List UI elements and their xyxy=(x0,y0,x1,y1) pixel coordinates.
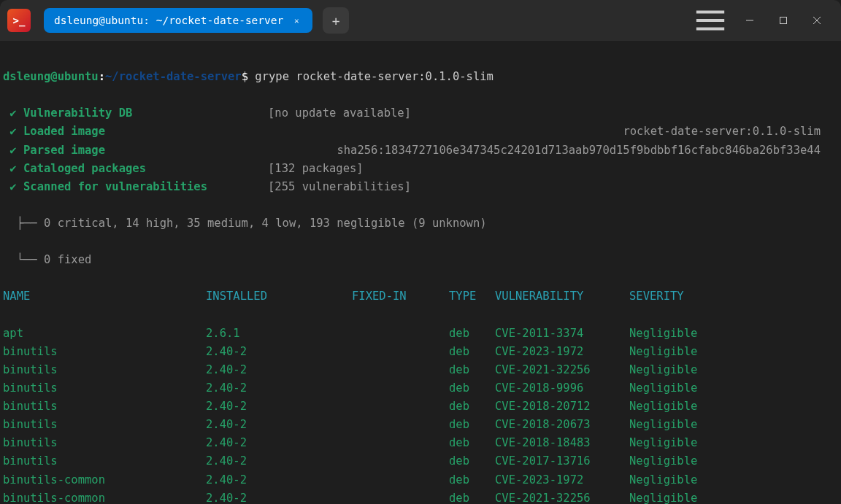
cell-name: binutils xyxy=(3,416,206,434)
window-controls xyxy=(733,6,834,35)
table-row: binutils-common2.40-2debCVE-2023-1972Neg… xyxy=(3,471,838,489)
cell-vulnerability: CVE-2021-32256 xyxy=(495,489,629,504)
svg-rect-0 xyxy=(780,18,787,24)
vuln-summary-counts: 0 critical, 14 high, 35 medium, 4 low, 1… xyxy=(44,217,487,230)
table-row: binutils2.40-2debCVE-2018-20712Negligibl… xyxy=(3,398,838,416)
terminal-tab[interactable]: dsleung@ubuntu: ~/rocket-date-server ✕ xyxy=(44,8,312,33)
cell-type: deb xyxy=(449,343,495,361)
cell-name: binutils xyxy=(3,398,206,416)
table-row: binutils-common2.40-2debCVE-2021-32256Ne… xyxy=(3,489,838,504)
cell-vulnerability: CVE-2018-20673 xyxy=(495,416,629,434)
cell-installed: 2.40-2 xyxy=(206,416,352,434)
check-icon: ✔ xyxy=(9,125,16,138)
cell-name: apt xyxy=(3,325,206,343)
cell-vulnerability: CVE-2023-1972 xyxy=(495,343,629,361)
cell-vulnerability: CVE-2017-13716 xyxy=(495,452,629,470)
cell-name: binutils xyxy=(3,434,206,452)
table-row: binutils2.40-2debCVE-2018-20673Negligibl… xyxy=(3,416,838,434)
cell-vulnerability: CVE-2018-20712 xyxy=(495,398,629,416)
cell-name: binutils-common xyxy=(3,471,206,489)
check-icon: ✔ xyxy=(9,162,16,175)
cell-type: deb xyxy=(449,489,495,504)
cell-installed: 2.40-2 xyxy=(206,489,352,504)
cell-severity: Negligible xyxy=(629,489,697,504)
titlebar: >_ dsleung@ubuntu: ~/rocket-date-server … xyxy=(0,0,841,41)
check-icon: ✔ xyxy=(9,180,16,193)
prompt-line: dsleung@ubuntu:~/rocket-date-server$ gry… xyxy=(3,68,838,86)
cell-severity: Negligible xyxy=(629,416,697,434)
maximize-button[interactable] xyxy=(767,6,800,35)
cell-type: deb xyxy=(449,434,495,452)
cell-name: binutils xyxy=(3,343,206,361)
step-line: ✔ Parsed imagesha256:1834727106e347345c2… xyxy=(3,141,838,160)
step-detail-right: rocket-date-server:0.1.0-slim xyxy=(623,123,838,141)
check-icon: ✔ xyxy=(9,144,16,157)
cell-installed: 2.6.1 xyxy=(206,325,352,343)
cell-type: deb xyxy=(449,452,495,470)
new-tab-button[interactable]: + xyxy=(323,7,349,34)
cell-severity: Negligible xyxy=(629,471,697,489)
cell-vulnerability: CVE-2018-9996 xyxy=(495,379,629,398)
cell-installed: 2.40-2 xyxy=(206,398,352,416)
table-row: binutils2.40-2debCVE-2023-1972Negligible xyxy=(3,343,838,361)
step-label: Vulnerability DB xyxy=(23,106,132,120)
close-button[interactable] xyxy=(800,6,834,35)
minimize-button[interactable] xyxy=(733,6,767,35)
table-row: binutils2.40-2debCVE-2018-18483Negligibl… xyxy=(3,434,838,452)
table-row: binutils2.40-2debCVE-2018-9996Negligible xyxy=(3,379,838,398)
cell-name: binutils-common xyxy=(3,489,206,504)
cell-vulnerability: CVE-2018-18483 xyxy=(495,434,629,452)
cell-installed: 2.40-2 xyxy=(206,452,352,470)
cell-severity: Negligible xyxy=(629,361,697,379)
cell-type: deb xyxy=(449,398,495,416)
cell-severity: Negligible xyxy=(629,452,697,470)
step-label: Parsed image xyxy=(23,144,105,157)
cell-type: deb xyxy=(449,361,495,379)
cell-severity: Negligible xyxy=(629,325,697,343)
menu-button[interactable] xyxy=(694,6,727,35)
cell-installed: 2.40-2 xyxy=(206,434,352,452)
cell-installed: 2.40-2 xyxy=(206,379,352,398)
tree-branch-icon: ├── xyxy=(3,217,44,230)
tab-title: dsleung@ubuntu: ~/rocket-date-server xyxy=(54,15,283,26)
cell-installed: 2.40-2 xyxy=(206,343,352,361)
command-text: grype rocket-date-server:0.1.0-slim xyxy=(255,70,494,83)
table-row: binutils2.40-2debCVE-2017-13716Negligibl… xyxy=(3,452,838,470)
step-line: ✔ Vulnerability DB[no update available] xyxy=(3,104,838,123)
fixed-summary: 0 fixed xyxy=(44,253,91,266)
prompt-user-host: dsleung@ubuntu xyxy=(3,70,99,83)
cell-severity: Negligible xyxy=(629,398,697,416)
cell-vulnerability: CVE-2021-32256 xyxy=(495,361,629,379)
cell-severity: Negligible xyxy=(629,343,697,361)
cell-installed: 2.40-2 xyxy=(206,471,352,489)
prompt-path: ~/rocket-date-server xyxy=(105,70,242,83)
table-header: NAMEINSTALLEDFIXED-INTYPEVULNERABILITYSE… xyxy=(3,287,838,306)
step-line: ✔ Loaded imagerocket-date-server:0.1.0-s… xyxy=(3,123,838,141)
cell-vulnerability: CVE-2023-1972 xyxy=(495,471,629,489)
cell-type: deb xyxy=(449,416,495,434)
cell-type: deb xyxy=(449,379,495,398)
step-label: Scanned for vulnerabilities xyxy=(23,180,207,193)
step-detail: [255 vulnerabilities] xyxy=(268,180,411,193)
cell-name: binutils xyxy=(3,379,206,398)
cell-severity: Negligible xyxy=(629,434,697,452)
cell-severity: Negligible xyxy=(629,379,697,398)
cell-vulnerability: CVE-2011-3374 xyxy=(495,325,629,343)
cell-type: deb xyxy=(449,471,495,489)
cell-name: binutils xyxy=(3,452,206,470)
step-label: Cataloged packages xyxy=(23,162,146,175)
step-detail: [no update available] xyxy=(268,106,411,120)
step-detail-right: sha256:1834727106e347345c24201d713aab970… xyxy=(337,141,838,160)
check-icon: ✔ xyxy=(9,106,16,120)
step-line: ✔ Scanned for vulnerabilities[255 vulner… xyxy=(3,178,838,196)
step-line: ✔ Cataloged packages[132 packages] xyxy=(3,160,838,178)
cell-type: deb xyxy=(449,325,495,343)
step-label: Loaded image xyxy=(23,125,105,138)
tab-close-button[interactable]: ✕ xyxy=(291,15,302,26)
cell-installed: 2.40-2 xyxy=(206,361,352,379)
terminal-output[interactable]: dsleung@ubuntu:~/rocket-date-server$ gry… xyxy=(0,41,841,504)
step-detail: [132 packages] xyxy=(268,162,364,175)
app-icon: >_ xyxy=(7,9,31,32)
table-row: apt2.6.1debCVE-2011-3374Negligible xyxy=(3,325,838,343)
cell-name: binutils xyxy=(3,361,206,379)
